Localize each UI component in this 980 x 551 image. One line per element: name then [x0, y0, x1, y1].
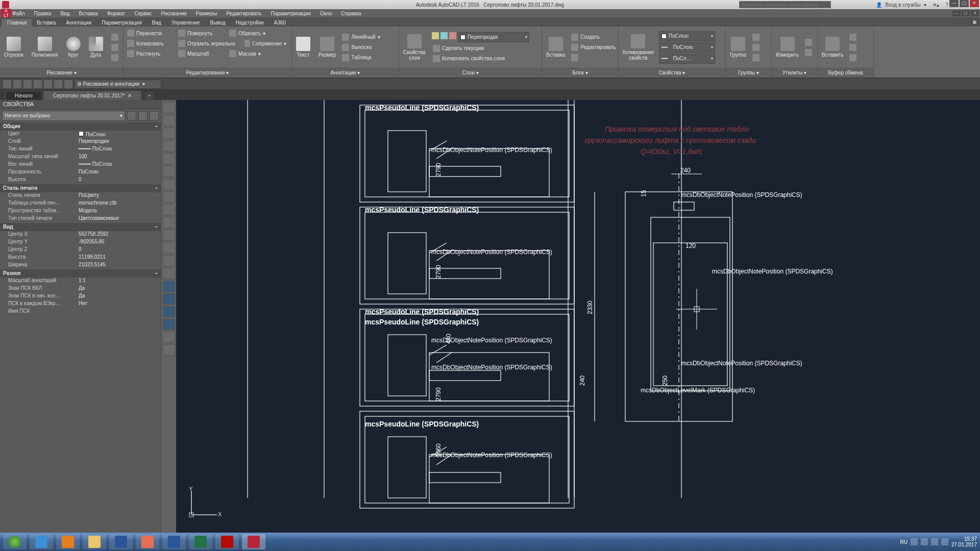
- plot-icon[interactable]: [34, 80, 42, 88]
- app-menu-button[interactable]: ALT: [1, 9, 11, 18]
- tool-ellipse-icon[interactable]: [163, 217, 175, 228]
- menu-file[interactable]: Файл: [12, 11, 25, 16]
- menu-draw[interactable]: Рисование: [161, 11, 186, 16]
- doctab-add-button[interactable]: +: [144, 92, 154, 100]
- freeze-icon[interactable]: [440, 32, 448, 39]
- linear-dim-button[interactable]: Линейный ▾: [340, 32, 382, 42]
- prop-row[interactable]: Знак ПСК в нач. коо…Да: [0, 293, 161, 300]
- tray-flag-icon[interactable]: [911, 538, 918, 545]
- util-icon[interactable]: [803, 47, 814, 58]
- tool-addsel-icon[interactable]: [163, 344, 175, 356]
- doc-minimize-button[interactable]: —: [952, 10, 961, 16]
- workspace-icon[interactable]: [64, 80, 72, 88]
- rotate-button[interactable]: Повернуть: [176, 28, 227, 38]
- prop-row[interactable]: Ширина21023.5145: [0, 262, 161, 269]
- prop-row[interactable]: Масштаб типа линий100: [0, 154, 161, 161]
- dimension-button[interactable]: Размер: [314, 35, 340, 60]
- menu-insert[interactable]: Вставка: [79, 11, 97, 16]
- tool-point-icon[interactable]: [163, 268, 175, 279]
- polyline-button[interactable]: Полилиния: [28, 35, 62, 60]
- menu-format[interactable]: Формат: [107, 11, 126, 16]
- prop-row[interactable]: Высота0: [0, 177, 161, 184]
- prop-row[interactable]: Таблица стилей печ…monochrome.ctb: [0, 200, 161, 208]
- prop-row[interactable]: Вес линий━━━━ ПоСлою: [0, 161, 161, 169]
- prop-section-header[interactable]: Стиль печати: [0, 184, 161, 192]
- ribtab-view[interactable]: Вид: [147, 19, 166, 27]
- tool-circle-icon[interactable]: [163, 179, 175, 190]
- copy-button[interactable]: Копировать: [125, 38, 176, 48]
- menu-param[interactable]: Параметризация: [271, 11, 311, 16]
- lineweight-combo[interactable]: ━━ ПоСлою: [659, 42, 715, 53]
- fillet-button[interactable]: Сопряжение ▾: [242, 38, 288, 48]
- taskbar-explorer[interactable]: [83, 534, 106, 549]
- taskbar-outlook[interactable]: [109, 534, 133, 549]
- taskbar-ie[interactable]: [30, 534, 53, 549]
- tool-region-icon[interactable]: [163, 306, 175, 317]
- stretch-button[interactable]: Растянуть: [125, 48, 176, 59]
- create-block-button[interactable]: Создать: [569, 32, 618, 42]
- quick-select-icon[interactable]: [127, 111, 136, 120]
- util-icon[interactable]: [803, 37, 814, 47]
- ribtab-param[interactable]: Параметризация: [96, 19, 147, 27]
- tool-gradient-icon[interactable]: [163, 293, 175, 305]
- doc-restore-button[interactable]: ▢: [962, 10, 970, 16]
- layer-combo[interactable]: Перегородки: [458, 32, 529, 42]
- prop-row[interactable]: Имя ПСК: [0, 308, 161, 316]
- menu-window[interactable]: Окно: [320, 11, 332, 16]
- panel-title[interactable]: Свойства ▾: [619, 68, 725, 78]
- group-edit-icon[interactable]: [750, 42, 762, 53]
- prop-section-header[interactable]: Общие: [0, 122, 161, 131]
- panel-title[interactable]: Группы ▾: [726, 68, 771, 78]
- workspace-combo[interactable]: ⚙ Рисование и аннотации ▾: [75, 80, 161, 89]
- lock-icon[interactable]: [449, 32, 456, 39]
- taskbar-autocad[interactable]: [242, 534, 265, 549]
- taskbar-wmp[interactable]: [56, 534, 80, 549]
- ribtab-addins[interactable]: Надстройки: [231, 19, 269, 27]
- tool-spline-icon[interactable]: [163, 204, 175, 215]
- move-button[interactable]: Перенести: [125, 28, 176, 38]
- rect-icon[interactable]: [109, 32, 120, 42]
- table-button[interactable]: Таблица: [340, 53, 382, 63]
- hatch-icon[interactable]: [109, 42, 120, 53]
- save-icon[interactable]: [23, 80, 32, 88]
- linetype-combo[interactable]: ━━ ПоСл…: [659, 54, 715, 64]
- tool-polyline-icon[interactable]: [163, 128, 175, 139]
- prop-row[interactable]: Высота11199.0211: [0, 254, 161, 262]
- menu-dimension[interactable]: Размеры: [196, 11, 217, 16]
- leader-button[interactable]: Выноска: [340, 42, 382, 53]
- tray-action-icon[interactable]: [921, 538, 928, 545]
- edit-block-button[interactable]: Редактировать: [569, 42, 618, 53]
- tool-rectangle-icon[interactable]: [163, 153, 175, 164]
- block-attr-icon[interactable]: [569, 53, 618, 63]
- ellipse-icon[interactable]: [109, 53, 120, 63]
- mirror-button[interactable]: Отразить зеркально: [176, 38, 242, 48]
- doctab-file[interactable]: Сертолово лифты 20.01.2017* ✕: [43, 91, 141, 100]
- start-button[interactable]: [3, 534, 27, 549]
- color-combo[interactable]: ПоСлою: [659, 31, 715, 41]
- tool-ellipsearc-icon[interactable]: [163, 230, 175, 241]
- cut-icon[interactable]: [847, 32, 859, 42]
- doc-close-button[interactable]: ✕: [971, 10, 979, 16]
- match-layer-button[interactable]: Копировать свойства слоя: [431, 54, 541, 64]
- prop-row[interactable]: Пространство табли…Модель: [0, 208, 161, 215]
- menu-view[interactable]: Вид: [60, 11, 69, 16]
- prop-row[interactable]: Тип стилей печатиЦветозависимые: [0, 215, 161, 223]
- prop-row[interactable]: ЦветПоСлою: [0, 131, 161, 138]
- panel-title[interactable]: Редактирование ▾: [124, 68, 291, 78]
- ribtab-output[interactable]: Вывод: [205, 19, 231, 27]
- ribtab-insert[interactable]: Вставка: [32, 19, 61, 27]
- tool-hatch-icon[interactable]: [163, 281, 175, 292]
- make-current-button[interactable]: Сделать текущим: [431, 43, 541, 54]
- tool-revcloud-icon[interactable]: [163, 191, 175, 203]
- lang-indicator[interactable]: RU: [900, 539, 907, 545]
- pick-add-icon[interactable]: [138, 111, 148, 120]
- group-bbox-icon[interactable]: [750, 53, 762, 63]
- prop-row[interactable]: СлойПерегородки: [0, 138, 161, 146]
- tool-table-icon[interactable]: [163, 319, 175, 330]
- prop-row[interactable]: Тип линий━━━━ ПоСлою: [0, 146, 161, 154]
- open-icon[interactable]: [13, 80, 21, 88]
- arc-button[interactable]: Дуга: [85, 35, 107, 60]
- selection-combo[interactable]: Ничего не выбрано: [2, 111, 125, 121]
- doctab-start[interactable]: Начало: [5, 91, 42, 100]
- measure-button[interactable]: Измерить: [772, 35, 803, 60]
